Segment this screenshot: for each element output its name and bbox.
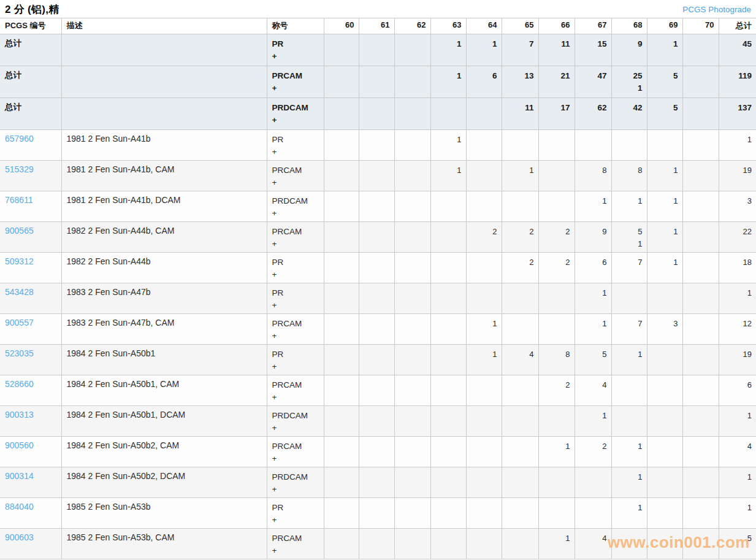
description-cell: 1982 2 Fen Sun-A44b, CAM [61, 222, 267, 253]
grade-plus-count [688, 146, 714, 158]
pcgs-number-link[interactable]: 900603 [5, 532, 34, 542]
grade-count [507, 379, 534, 391]
grade-plus-count [329, 299, 354, 312]
grade-plus-count [544, 50, 570, 63]
grade-plus-count [688, 330, 714, 342]
grade-plus-count [400, 422, 426, 434]
designation-cell: PRDCAM+ [267, 467, 324, 498]
pcgs-number-link[interactable]: 657960 [5, 134, 34, 144]
header-cell: 62 [394, 18, 430, 34]
pcgs-number-cell: 543428 [0, 283, 61, 314]
grade-plus-count [472, 207, 497, 220]
header-cell: 61 [359, 18, 394, 34]
grade-plus-count [724, 361, 752, 373]
grade-count: 4 [724, 440, 752, 453]
grade-cell [324, 253, 359, 283]
grade-count [507, 471, 534, 483]
grade-count [507, 287, 534, 299]
grade-cell: 21 [538, 66, 575, 98]
pcgs-number-link[interactable]: 900560 [5, 440, 34, 450]
pcgs-number-link[interactable]: 528660 [5, 379, 34, 389]
grade-plus-count [580, 82, 607, 94]
grade-count: 1 [580, 318, 607, 330]
pcgs-number-link[interactable]: 900565 [5, 226, 34, 236]
grade-count [364, 348, 390, 361]
grade-count [329, 348, 354, 361]
total-cell: 1 [719, 498, 756, 529]
grade-cell [502, 498, 538, 529]
grade-plus-count [507, 453, 534, 465]
designation-cell: PRCAM+ [267, 529, 324, 559]
grade-cell [647, 345, 682, 375]
pcgs-number-link[interactable]: 768611 [5, 195, 33, 205]
pcgs-number-link[interactable]: 900314 [5, 471, 34, 481]
grade-plus-count [436, 299, 462, 312]
grade-plus-count [724, 82, 752, 94]
description-cell: 1983 2 Fen Sun-A47b [61, 283, 267, 314]
pcgs-number-link[interactable]: 509312 [5, 256, 34, 266]
grade-plus-count [688, 238, 714, 250]
pcgs-number-link[interactable]: 515329 [5, 164, 34, 174]
grade-plus-count [617, 453, 643, 465]
grade-count: 5 [580, 348, 607, 361]
designation-label: PRDCAM [272, 102, 319, 114]
designation-cell: PR+ [267, 345, 324, 375]
grade-plus-count [652, 177, 678, 189]
grade-cell [324, 130, 359, 161]
grade-count: 1 [617, 348, 643, 361]
pcgs-number-link[interactable]: 523035 [5, 348, 34, 358]
grade-count [580, 134, 607, 146]
page-title: 2 分 (铝),精 [5, 2, 59, 17]
grade-cell: 1 [611, 345, 647, 375]
grade-count: 22 [724, 226, 752, 238]
grade-count: 1 [652, 226, 678, 238]
grade-cell: 7 [502, 34, 538, 66]
grade-plus-count [400, 299, 426, 312]
grade-plus-count [436, 483, 462, 496]
grade-cell [682, 375, 719, 406]
grade-plus-count [724, 238, 752, 250]
grade-plus-count [472, 82, 497, 94]
pcgs-number-link[interactable]: 900313 [5, 410, 34, 420]
grade-plus-count [688, 391, 714, 404]
grade-count [436, 256, 462, 269]
grade-cell: 1 [647, 222, 682, 253]
grade-count [472, 471, 497, 483]
designation-label: PRCAM [272, 532, 319, 545]
grade-count [329, 410, 354, 422]
grade-count [400, 287, 426, 299]
grade-count: 2 [544, 226, 570, 238]
grade-count [688, 38, 714, 50]
grade-count: 137 [724, 102, 752, 114]
grade-plus-count [364, 422, 390, 434]
total-cell: 6 [719, 375, 756, 406]
total-cell: 19 [719, 345, 756, 375]
grade-cell [430, 191, 466, 222]
grade-count [472, 287, 497, 299]
grade-plus-count [544, 114, 570, 126]
grade-plus-count [617, 177, 643, 189]
pcgs-number-cell: 总计 [0, 98, 61, 130]
plus-symbol: + [272, 114, 319, 126]
grade-count [688, 102, 714, 114]
plus-symbol: + [272, 269, 319, 281]
grade-plus-count [472, 361, 497, 373]
pcgs-number-link[interactable]: 884040 [5, 502, 34, 512]
grade-count: 119 [724, 70, 752, 82]
grade-cell [430, 375, 466, 406]
plus-symbol: + [272, 207, 319, 220]
grade-plus-count [507, 177, 534, 189]
grade-plus-count [507, 514, 534, 526]
grade-plus-count [400, 50, 426, 63]
pcgs-number-link[interactable]: 543428 [5, 287, 34, 297]
photograde-link[interactable]: PCGS Photograde [682, 5, 751, 14]
grade-plus-count [580, 269, 607, 281]
grade-cell: 1 [430, 161, 466, 191]
grade-cell [647, 406, 682, 437]
grade-plus-count [472, 299, 497, 312]
grade-count: 1 [580, 410, 607, 422]
grade-count [400, 256, 426, 269]
grade-count [652, 379, 678, 391]
grade-count [688, 348, 714, 361]
pcgs-number-link[interactable]: 900557 [5, 318, 34, 328]
